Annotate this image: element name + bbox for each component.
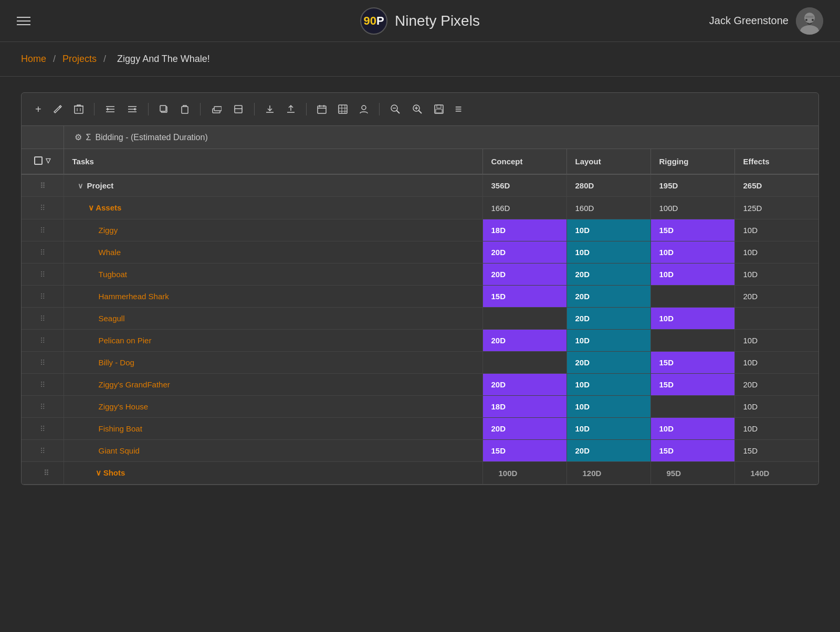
svg-rect-17 — [160, 106, 166, 111]
drag-handle[interactable]: ⠿ — [22, 418, 64, 440]
assets-task-name: ∨ Assets — [64, 197, 482, 219]
item-layout: 20D — [566, 308, 650, 330]
svg-point-32 — [362, 106, 366, 110]
item-concept: 20D — [482, 241, 566, 264]
logo-p: P — [376, 14, 384, 28]
item-concept: 18D — [482, 396, 566, 418]
toolbar-sep-2 — [148, 103, 149, 115]
paste-button[interactable] — [177, 102, 193, 116]
svg-rect-20 — [214, 107, 222, 111]
item-rigging: 15D — [650, 352, 734, 374]
item-task-name: Fishing Boat — [64, 418, 482, 440]
hamburger-menu[interactable] — [17, 17, 30, 25]
item-concept: 15D — [482, 440, 566, 462]
app-name: Ninety Pixels — [395, 13, 480, 29]
delete-button[interactable] — [71, 102, 87, 117]
shots-row: ⠿ ∨ Shots 100D 120D 95D 140D — [22, 462, 818, 484]
group-header-cell: ⚙ Σ Bidding - (Estimated Duration) — [64, 126, 818, 149]
import-button[interactable] — [262, 102, 278, 116]
more-menu-button[interactable]: ≡ — [452, 100, 465, 118]
app-header: 90P Ninety Pixels Jack Greenstone — [0, 0, 840, 42]
item-task-name: Tugboat — [64, 264, 482, 286]
svg-rect-27 — [339, 105, 347, 113]
table-row: ⠿ Ziggy's House 18D 10D 10D — [22, 396, 818, 418]
shots-chevron[interactable]: ∨ — [96, 468, 101, 477]
layer-up-button[interactable] — [230, 102, 247, 116]
concept-column-header: Concept — [482, 149, 566, 175]
item-effects: 10D — [734, 241, 818, 264]
avatar — [796, 7, 823, 35]
item-task-name: Whale — [64, 241, 482, 264]
item-task-name: Giant Squid — [64, 440, 482, 462]
item-layout: 10D — [566, 374, 650, 396]
zoom-out-button[interactable] — [387, 102, 404, 117]
drag-handle[interactable]: ⠿ — [22, 352, 64, 374]
drag-handle[interactable]: ⠿ — [22, 308, 64, 330]
item-effects: 10D — [734, 418, 818, 440]
item-effects: 10D — [734, 219, 818, 241]
item-task-name: Ziggy's GrandFather — [64, 374, 482, 396]
zoom-in-button[interactable] — [409, 102, 426, 117]
item-task-name: Seagull — [64, 308, 482, 330]
logo-ninety: 90 — [363, 14, 376, 28]
indent-right-button[interactable] — [124, 103, 141, 115]
drag-handle[interactable]: ⠿ — [22, 330, 64, 352]
item-layout: 10D — [566, 241, 650, 264]
item-layout: 10D — [566, 396, 650, 418]
header-center: 90P Ninety Pixels — [360, 7, 480, 35]
drag-handle[interactable]: ⠿ — [22, 374, 64, 396]
drag-handle[interactable]: ⠿ — [22, 241, 64, 264]
export-button[interactable] — [283, 102, 299, 116]
item-rigging: 15D — [650, 374, 734, 396]
logo-badge: 90P — [360, 7, 387, 35]
drag-handle[interactable]: ⠿ — [22, 197, 64, 219]
assets-chevron[interactable]: ∨ — [88, 203, 94, 212]
breadcrumb-home[interactable]: Home — [21, 54, 46, 64]
drag-handle[interactable]: ⠿ — [22, 396, 64, 418]
toolbar: + — [21, 92, 819, 126]
item-task-name: Ziggy's House — [64, 396, 482, 418]
svg-point-3 — [805, 19, 807, 21]
layer-down-button[interactable] — [208, 102, 225, 116]
assets-concept: 166D — [482, 197, 566, 219]
save-button[interactable] — [431, 102, 447, 116]
svg-rect-23 — [318, 106, 326, 113]
table-row: ⠿ Tugboat 20D 20D 10D 10D — [22, 264, 818, 286]
item-effects: 10D — [734, 396, 818, 418]
item-rigging: 10D — [650, 241, 734, 264]
item-concept — [482, 308, 566, 330]
drag-handle[interactable]: ⠿ — [22, 440, 64, 462]
item-rigging — [650, 286, 734, 308]
breadcrumb-current: Ziggy And The Whale! — [117, 54, 210, 64]
assets-effects: 125D — [734, 197, 818, 219]
drag-handle[interactable]: ⠿ — [22, 219, 64, 241]
add-button[interactable]: + — [32, 101, 45, 118]
person-button[interactable] — [356, 102, 372, 116]
effects-column-header: Effects — [734, 149, 818, 175]
grid-button[interactable] — [335, 102, 351, 116]
item-layout: 20D — [566, 352, 650, 374]
calendar-button[interactable] — [314, 102, 330, 116]
svg-rect-6 — [75, 106, 83, 113]
svg-rect-5 — [805, 16, 814, 18]
item-concept: 20D — [482, 418, 566, 440]
assets-name: Assets — [96, 203, 121, 212]
drag-handle[interactable]: ⠿ — [22, 462, 64, 484]
copy-button[interactable] — [156, 102, 172, 116]
drag-handle[interactable]: ⠿ — [22, 174, 64, 197]
shots-rigging: 95D — [650, 462, 734, 484]
item-concept: 20D — [482, 374, 566, 396]
drag-handle[interactable]: ⠿ — [22, 286, 64, 308]
drag-handle[interactable]: ⠿ — [22, 264, 64, 286]
edit-button[interactable] — [50, 102, 66, 116]
table-row: ⠿ Hammerhead Shark 15D 20D 20D — [22, 286, 818, 308]
item-rigging: 15D — [650, 440, 734, 462]
project-task-name: ∨ Project — [64, 174, 482, 197]
table-row: ⠿ Giant Squid 15D 20D 15D 15D — [22, 440, 818, 462]
breadcrumb-projects[interactable]: Projects — [62, 54, 97, 64]
assets-layout: 160D — [566, 197, 650, 219]
shots-concept: 100D — [482, 462, 566, 484]
item-concept: 20D — [482, 330, 566, 352]
project-chevron[interactable]: ∨ — [78, 182, 83, 190]
indent-left-button[interactable] — [102, 103, 119, 115]
